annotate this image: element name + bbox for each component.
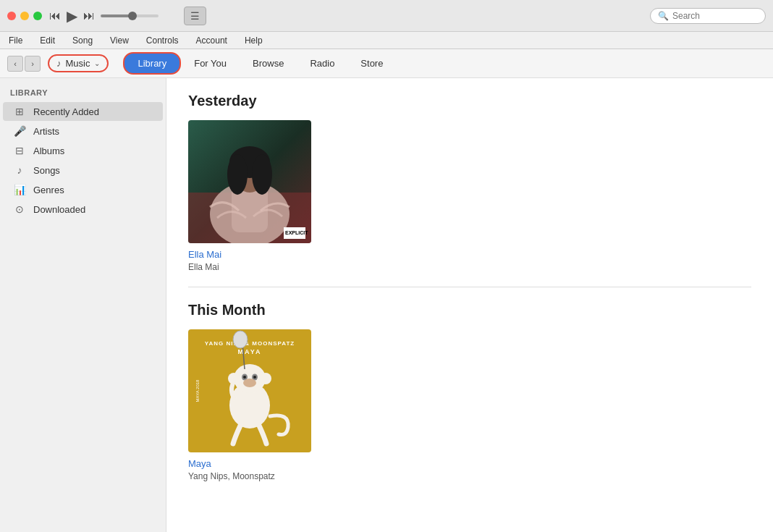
search-box[interactable]: 🔍 bbox=[650, 8, 766, 24]
tab-for-you[interactable]: For You bbox=[181, 54, 240, 73]
list-view-button[interactable]: ☰ bbox=[184, 7, 206, 25]
album-title-ella-mai: Ella Mai bbox=[188, 249, 311, 260]
artists-icon: 🎤 bbox=[13, 125, 26, 137]
search-input[interactable] bbox=[672, 11, 759, 21]
svg-point-23 bbox=[233, 331, 248, 348]
volume-slider[interactable] bbox=[101, 14, 159, 17]
sidebar-label-artists: Artists bbox=[33, 126, 59, 137]
source-selector[interactable]: ♪ Music ⌄ bbox=[48, 54, 109, 72]
menu-song[interactable]: Song bbox=[69, 34, 96, 47]
close-button[interactable] bbox=[7, 12, 16, 20]
search-icon: 🔍 bbox=[658, 11, 669, 21]
sidebar-section-title: Library bbox=[0, 85, 166, 101]
svg-point-7 bbox=[252, 154, 272, 195]
svg-text:EXPLICIT: EXPLICIT bbox=[285, 230, 308, 235]
recently-added-icon: ⊞ bbox=[13, 106, 26, 117]
menu-file[interactable]: File bbox=[6, 34, 25, 47]
content-area: Yesterday bbox=[166, 78, 773, 532]
sidebar-item-artists[interactable]: 🎤 Artists bbox=[3, 122, 163, 140]
nav-forward-button[interactable]: › bbox=[25, 56, 41, 72]
sidebar-label-albums: Albums bbox=[33, 145, 64, 156]
downloaded-icon: ⊙ bbox=[13, 203, 26, 215]
svg-point-19 bbox=[243, 376, 246, 379]
sidebar: Library ⊞ Recently Added 🎤 Artists ⊟ Alb… bbox=[0, 78, 166, 532]
sidebar-label-songs: Songs bbox=[33, 165, 60, 176]
tab-library[interactable]: Library bbox=[123, 52, 181, 75]
svg-text:YANG NIPS & MOONSPATZ: YANG NIPS & MOONSPATZ bbox=[205, 340, 295, 347]
yesterday-album-grid: EXPLICIT Ella Mai Ella Mai bbox=[188, 120, 751, 272]
albums-icon: ⊟ bbox=[13, 145, 26, 156]
sidebar-label-recently-added: Recently Added bbox=[33, 106, 99, 117]
menu-bar: File Edit Song View Controls Account Hel… bbox=[0, 32, 773, 49]
section-yesterday-heading: Yesterday bbox=[188, 93, 751, 109]
tab-store[interactable]: Store bbox=[347, 54, 396, 73]
album-artist-maya: Yang Nips, Moonspatz bbox=[188, 471, 311, 481]
album-artist-ella-mai: Ella Mai bbox=[188, 262, 311, 272]
svg-point-16 bbox=[260, 373, 271, 384]
maya-cover-art: YANG NIPS & MOONSPATZ MAYA bbox=[188, 329, 311, 452]
album-title-maya: Maya bbox=[188, 458, 311, 469]
nav-arrows: ‹ › bbox=[7, 56, 41, 72]
nav-tabs: Library For You Browse Radio Store bbox=[123, 52, 766, 75]
sidebar-item-songs[interactable]: ♪ Songs bbox=[3, 161, 163, 180]
menu-account[interactable]: Account bbox=[193, 34, 230, 47]
svg-text:MAYA 2018: MAYA 2018 bbox=[195, 379, 200, 402]
menu-view[interactable]: View bbox=[107, 34, 132, 47]
menu-controls[interactable]: Controls bbox=[143, 34, 182, 47]
genres-icon: 📊 bbox=[13, 184, 26, 195]
main-layout: Library ⊞ Recently Added 🎤 Artists ⊟ Alb… bbox=[0, 78, 773, 532]
svg-point-21 bbox=[243, 379, 256, 387]
minimize-button[interactable] bbox=[20, 12, 29, 20]
chevron-icon: ⌄ bbox=[94, 59, 100, 67]
sidebar-label-genres: Genres bbox=[33, 185, 64, 195]
maximize-button[interactable] bbox=[33, 12, 42, 20]
tab-radio[interactable]: Radio bbox=[297, 54, 347, 73]
svg-point-6 bbox=[227, 154, 248, 195]
window-controls bbox=[7, 12, 42, 20]
this-month-album-grid: YANG NIPS & MOONSPATZ MAYA bbox=[188, 329, 751, 481]
rewind-button[interactable]: ⏮ bbox=[49, 9, 61, 22]
sidebar-item-downloaded[interactable]: ⊙ Downloaded bbox=[3, 200, 163, 219]
section-this-month-heading: This Month bbox=[188, 302, 751, 318]
album-cover-maya: YANG NIPS & MOONSPATZ MAYA bbox=[188, 329, 311, 452]
title-bar: ⏮ ▶ ⏭ ☰ 🔍 bbox=[0, 0, 773, 32]
album-card-maya[interactable]: YANG NIPS & MOONSPATZ MAYA bbox=[188, 329, 311, 481]
music-note-icon: ♪ bbox=[56, 58, 62, 69]
tab-browse[interactable]: Browse bbox=[240, 54, 297, 73]
menu-help[interactable]: Help bbox=[242, 34, 266, 47]
volume-thumb bbox=[128, 12, 137, 20]
source-label: Music bbox=[66, 58, 90, 69]
svg-point-20 bbox=[253, 376, 256, 379]
sidebar-item-recently-added[interactable]: ⊞ Recently Added bbox=[3, 102, 163, 121]
songs-icon: ♪ bbox=[13, 164, 26, 176]
transport-controls: ⏮ ▶ ⏭ bbox=[49, 7, 173, 25]
nav-back-button[interactable]: ‹ bbox=[7, 56, 23, 72]
fast-forward-button[interactable]: ⏭ bbox=[83, 9, 95, 22]
ella-mai-cover-art: EXPLICIT bbox=[188, 120, 311, 243]
sidebar-item-albums[interactable]: ⊟ Albums bbox=[3, 141, 163, 160]
play-button[interactable]: ▶ bbox=[67, 7, 77, 25]
sidebar-item-genres[interactable]: 📊 Genres bbox=[3, 180, 163, 199]
album-card-ella-mai[interactable]: EXPLICIT Ella Mai Ella Mai bbox=[188, 120, 311, 272]
nav-bar: ‹ › ♪ Music ⌄ Library For You Browse Rad… bbox=[0, 49, 773, 78]
svg-text:MAYA: MAYA bbox=[238, 348, 262, 355]
menu-edit[interactable]: Edit bbox=[37, 34, 58, 47]
album-cover-ella-mai: EXPLICIT bbox=[188, 120, 311, 243]
sidebar-label-downloaded: Downloaded bbox=[33, 204, 85, 215]
section-divider bbox=[188, 287, 751, 287]
